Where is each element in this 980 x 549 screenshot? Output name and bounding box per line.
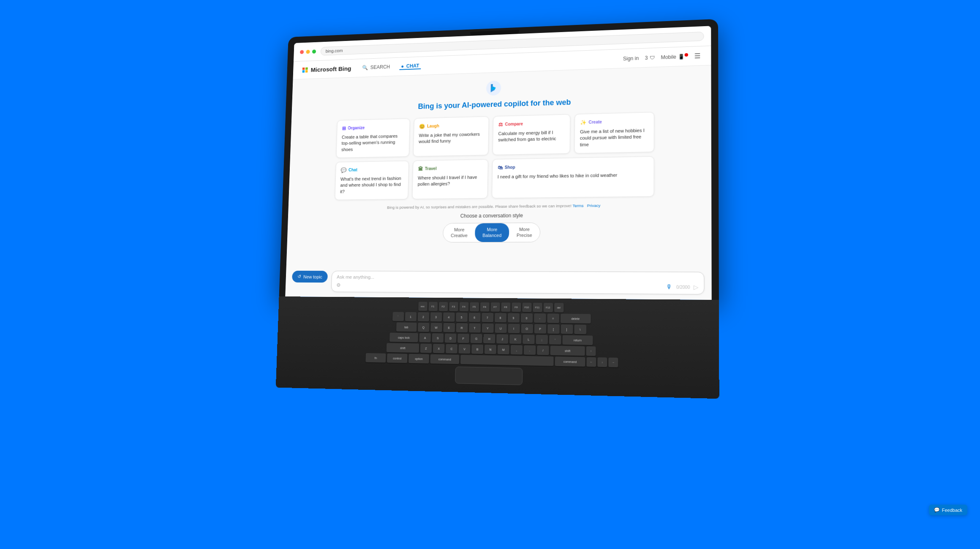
close-dot[interactable] bbox=[300, 50, 304, 54]
key-f8: F8 bbox=[501, 302, 510, 312]
card-text-create: Give me a list of new hobbies I could pu… bbox=[580, 127, 649, 148]
bing-nav-tabs: 🔍 SEARCH ● CHAT bbox=[360, 63, 421, 71]
key-f2: F2 bbox=[438, 302, 448, 311]
key-5: 5 bbox=[456, 313, 468, 322]
key-rbracket: ] bbox=[561, 324, 573, 334]
card-category-laugh: 😊 Laugh bbox=[419, 122, 484, 130]
key-2: 2 bbox=[417, 312, 429, 321]
chat-input-right: 🎙 0/2000 ▷ bbox=[667, 283, 699, 291]
card-shop[interactable]: 🛍 Shop I need a gift for my friend who l… bbox=[492, 156, 654, 198]
key-f11: F11 bbox=[533, 303, 542, 312]
mic-icon[interactable]: 🎙 bbox=[667, 283, 673, 291]
card-chat[interactable]: 💬 Chat What's the next trend in fashion … bbox=[335, 160, 409, 200]
key-tab: tab bbox=[396, 322, 417, 332]
tab-chat[interactable]: ● CHAT bbox=[399, 63, 421, 70]
key-del: del bbox=[554, 303, 564, 312]
key-t: T bbox=[469, 323, 481, 332]
rewards-icon: 🛡 bbox=[650, 54, 655, 60]
browser-controls bbox=[300, 49, 316, 54]
key-caps: caps lock bbox=[389, 333, 418, 342]
key-b: B bbox=[471, 345, 483, 354]
bing-logo-area: Microsoft Bing 🔍 SEARCH ● CHAT bbox=[302, 63, 421, 73]
key-return: return bbox=[562, 335, 593, 345]
card-text-shop: I need a gift for my friend who likes to… bbox=[498, 171, 648, 180]
key-semicolon: ; bbox=[536, 335, 548, 345]
card-category-chat: 💬 Chat bbox=[340, 166, 403, 174]
precise-button[interactable]: More Precise bbox=[509, 223, 540, 242]
card-travel[interactable]: 🏛 Travel Where should I travel if I have… bbox=[412, 159, 488, 199]
key-f3: F3 bbox=[449, 302, 458, 311]
key-equal: = bbox=[547, 313, 559, 323]
bing-tagline: Bing is your AI-powered copilot for the … bbox=[418, 98, 571, 111]
key-f1: F1 bbox=[428, 302, 438, 311]
key-r: R bbox=[456, 323, 468, 332]
terms-link[interactable]: Terms bbox=[572, 203, 583, 208]
bing-logo: Microsoft Bing bbox=[302, 65, 351, 73]
key-y: Y bbox=[482, 323, 493, 333]
mobile-section: Mobile 📱 bbox=[661, 53, 688, 60]
send-icon[interactable]: ▷ bbox=[694, 283, 699, 291]
card-create[interactable]: ✨ Create Give me a list of new hobbies I… bbox=[574, 112, 654, 153]
key-q: Q bbox=[418, 323, 430, 332]
card-compare[interactable]: ⚖ Compare Calculate my energy bill if I … bbox=[493, 114, 571, 155]
card-organize[interactable]: ⊞ Organize Create a table that compares … bbox=[336, 118, 410, 158]
key-backslash: \ bbox=[574, 324, 586, 334]
card-category-travel: 🏛 Travel bbox=[418, 165, 483, 173]
create-icon: ✨ bbox=[580, 119, 586, 126]
key-slash: / bbox=[537, 345, 549, 355]
key-i: I bbox=[508, 324, 520, 334]
chat-input-wrapper: Ask me anything... ⚙ 🎙 0/2000 ▷ bbox=[331, 271, 705, 294]
key-space bbox=[460, 355, 554, 366]
new-topic-button[interactable]: ↺ New topic bbox=[292, 271, 328, 283]
key-f4: F4 bbox=[459, 302, 468, 311]
key-a: A bbox=[419, 333, 431, 342]
bing-bottom-bar: ↺ New topic Ask me anything... ⚙ 🎙 0/200… bbox=[285, 271, 712, 300]
feedback-button[interactable]: 💬 Feedback bbox=[929, 505, 967, 515]
privacy-link[interactable]: Privacy bbox=[587, 203, 601, 208]
card-text-compare: Calculate my energy bill if I switched f… bbox=[498, 129, 565, 144]
key-u: U bbox=[495, 323, 506, 333]
balanced-button[interactable]: More Balanced bbox=[475, 223, 509, 242]
microsoft-logo-icon bbox=[302, 67, 308, 73]
minimize-dot[interactable] bbox=[306, 49, 310, 54]
key-c: C bbox=[446, 344, 457, 353]
mobile-icon: 📱 bbox=[678, 54, 685, 60]
key-cmd-r: command bbox=[555, 356, 585, 367]
bing-hero-icon bbox=[486, 81, 501, 98]
card-text-travel: Where should I travel if I have pollen a… bbox=[418, 174, 483, 188]
key-7: 7 bbox=[482, 313, 493, 322]
trackpad[interactable] bbox=[455, 367, 523, 385]
key-k: K bbox=[509, 334, 521, 344]
key-arrow-down: ↓ bbox=[597, 357, 607, 367]
key-fn: fn bbox=[365, 353, 386, 363]
card-category-create: ✨ Create bbox=[580, 117, 648, 126]
key-period: . bbox=[524, 345, 536, 355]
sparkle-icon: ⚙ bbox=[336, 282, 341, 288]
card-text-laugh: Write a joke that my coworkers would fin… bbox=[419, 131, 483, 145]
key-6: 6 bbox=[468, 313, 480, 322]
key-h: H bbox=[483, 334, 495, 344]
sign-in-button[interactable]: Sign in bbox=[623, 55, 639, 62]
key-f9: F9 bbox=[512, 302, 521, 312]
key-cmd-l: command bbox=[430, 354, 459, 364]
key-arrow-left: ← bbox=[586, 357, 596, 367]
key-l: L bbox=[523, 334, 535, 344]
key-option: option bbox=[408, 354, 429, 364]
creative-button[interactable]: More Creative bbox=[443, 223, 475, 242]
screen-bezel: bing.com bbox=[285, 26, 712, 300]
maximize-dot[interactable] bbox=[312, 49, 316, 54]
key-m: M bbox=[498, 345, 509, 355]
laugh-icon: 😊 bbox=[419, 123, 425, 130]
conversation-style-buttons: More Creative More Balanced More Precise bbox=[443, 223, 540, 242]
key-w: W bbox=[430, 323, 442, 332]
chat-suggestion-icon: 💬 bbox=[340, 167, 346, 174]
tab-search[interactable]: 🔍 SEARCH bbox=[360, 64, 392, 71]
card-laugh[interactable]: 😊 Laugh Write a joke that my coworkers w… bbox=[413, 116, 489, 156]
key-o: O bbox=[521, 324, 533, 334]
key-minus: - bbox=[534, 313, 546, 323]
key-e: E bbox=[443, 323, 455, 332]
key-4: 4 bbox=[443, 313, 455, 322]
new-topic-icon: ↺ bbox=[297, 274, 301, 279]
key-delete: delete bbox=[560, 314, 591, 323]
hamburger-icon[interactable]: ☰ bbox=[694, 52, 701, 60]
